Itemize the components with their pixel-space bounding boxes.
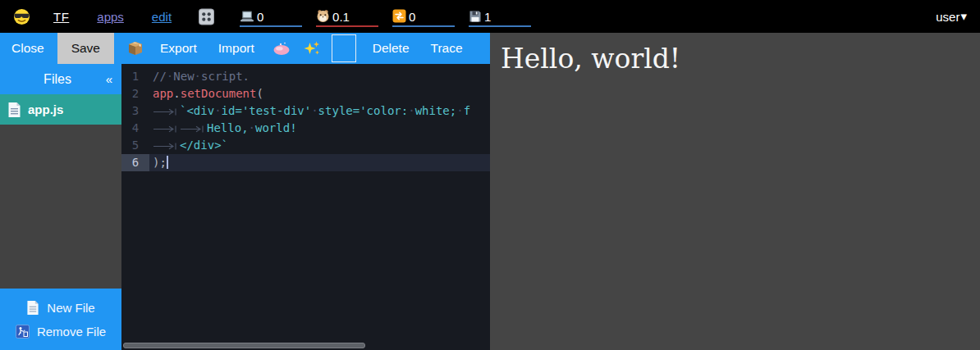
apps-link[interactable]: apps — [97, 10, 124, 24]
remove-file-label: Remove File — [37, 325, 106, 339]
files-sidebar: Files « app.js — [0, 64, 121, 350]
brand-link[interactable]: TF — [53, 10, 69, 24]
new-file-label: New File — [47, 301, 94, 315]
user-menu-label: user — [936, 10, 959, 24]
sparkles-icon[interactable] — [304, 40, 321, 57]
smiley-sunglasses-icon[interactable] — [13, 8, 30, 25]
hamster-counter-field[interactable]: 0.1 — [316, 6, 378, 27]
code-token: f — [464, 104, 470, 117]
code-token: id='test-div' — [222, 104, 312, 117]
repeat-counter-field[interactable]: 0 — [392, 6, 455, 27]
tab-indent-icon — [153, 120, 180, 137]
tab-indent-icon — [153, 137, 180, 154]
code-line[interactable]: 6); — [121, 154, 490, 171]
code-line[interactable]: 5</div>` — [121, 137, 490, 154]
tab-indent-icon — [153, 102, 180, 120]
code-line[interactable]: 2app.setDocument( — [121, 85, 490, 102]
empty-slot-button[interactable] — [332, 34, 356, 62]
repeat-icon — [392, 9, 406, 23]
code-token: ); — [153, 156, 167, 169]
floppy-counter-field[interactable]: 1 — [469, 6, 531, 27]
code-line[interactable]: 4Hello,·world! — [121, 120, 490, 137]
line-number: 3 — [121, 102, 149, 120]
file-name: app.js — [28, 102, 63, 116]
text-cursor — [167, 156, 168, 169]
code-token: </div>` — [180, 139, 228, 152]
collapse-sidebar-icon[interactable]: « — [97, 72, 121, 86]
code-token: // — [153, 70, 167, 83]
preview-heading: Hello, world! — [501, 43, 980, 75]
horizontal-scrollbar[interactable] — [123, 343, 365, 348]
save-button[interactable]: Save — [57, 33, 114, 64]
status-counters: 0 0.1 — [240, 6, 531, 27]
tab-indent-icon — [180, 120, 207, 137]
top-bar: TF apps edit 0 — [0, 0, 980, 33]
export-button[interactable]: Export — [155, 41, 202, 56]
code-token: app — [153, 87, 173, 100]
line-number: 1 — [121, 68, 149, 85]
package-icon[interactable] — [127, 40, 144, 57]
code-token: `<div — [180, 104, 214, 117]
hamster-icon — [316, 9, 330, 23]
repeat-counter-value: 0 — [409, 11, 415, 23]
code-token: style='color: — [318, 104, 409, 117]
code-token: · — [214, 104, 221, 117]
line-number: 2 — [121, 85, 149, 102]
soap-icon[interactable] — [272, 41, 291, 56]
litter-bin-icon — [16, 325, 30, 339]
code-editor[interactable]: 1//·New·script.2app.setDocument(3`<div·i… — [121, 64, 490, 350]
hamster-counter-value: 0.1 — [332, 11, 350, 23]
code-token: · — [408, 104, 414, 117]
line-number: 6 — [121, 154, 149, 171]
files-header: Files « — [0, 64, 121, 94]
code-token: . — [173, 87, 180, 100]
floppy-counter-value: 1 — [484, 11, 491, 23]
files-header-title: Files — [0, 72, 97, 87]
code-token: · — [195, 70, 201, 83]
code-line[interactable]: 3`<div·id='test-div'·style='color:·white… — [121, 102, 490, 120]
file-icon — [7, 102, 21, 118]
file-item-appjs[interactable]: app.js — [0, 94, 121, 125]
edit-link[interactable]: edit — [152, 10, 172, 24]
line-number: 5 — [121, 137, 149, 154]
code-token: Hello, — [207, 121, 249, 134]
floppy-icon — [469, 10, 482, 23]
user-menu[interactable]: user ▾ — [936, 9, 967, 24]
code-token: · — [311, 104, 318, 117]
close-button[interactable]: Close — [7, 41, 49, 56]
line-number: 4 — [121, 120, 149, 137]
caret-down-icon: ▾ — [960, 9, 967, 24]
code-token: script. — [201, 70, 250, 83]
laptop-counter-field[interactable]: 0 — [240, 6, 302, 27]
code-line[interactable]: 1//·New·script. — [121, 68, 490, 85]
code-token: world! — [255, 121, 297, 134]
delete-button[interactable]: Delete — [368, 41, 414, 56]
code-token: New — [173, 70, 194, 83]
laptop-counter-value: 0 — [257, 11, 263, 23]
code-token: · — [249, 121, 255, 134]
import-button[interactable]: Import — [213, 41, 259, 56]
preview-pane: Hello, world! — [490, 33, 980, 350]
new-file-button[interactable]: New File — [0, 300, 121, 316]
trace-button[interactable]: Trace — [426, 41, 468, 56]
code-token: · — [456, 104, 463, 117]
editor-toolbar: Close Save Export Import Delete Trace — [0, 33, 490, 64]
dice-icon[interactable] — [198, 7, 215, 26]
new-file-icon — [26, 300, 39, 316]
code-token: white; — [415, 104, 457, 117]
code-token: setDocument — [181, 87, 257, 100]
laptop-icon — [240, 10, 254, 23]
sidebar-actions: New File Remove File — [0, 289, 121, 350]
remove-file-button[interactable]: Remove File — [0, 325, 121, 339]
code-token: ( — [256, 87, 263, 100]
